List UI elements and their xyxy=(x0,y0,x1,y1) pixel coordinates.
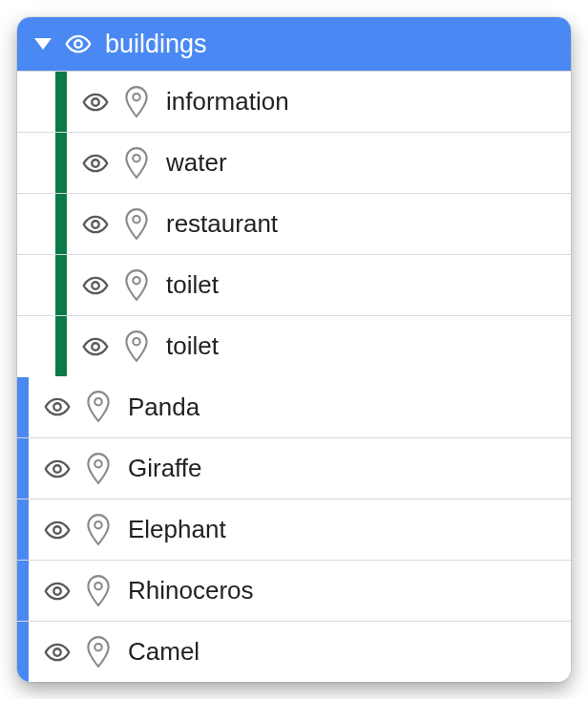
visibility-eye-icon[interactable] xyxy=(82,211,109,238)
svg-point-7 xyxy=(92,282,98,288)
visibility-eye-icon[interactable] xyxy=(82,272,109,299)
color-strip xyxy=(17,377,29,437)
layer-row[interactable]: Giraffe xyxy=(17,437,571,499)
visibility-eye-icon[interactable] xyxy=(44,393,71,420)
map-pin-icon xyxy=(124,269,149,302)
svg-point-11 xyxy=(53,403,60,410)
map-pin-icon xyxy=(124,330,149,363)
color-strip xyxy=(55,316,67,376)
svg-point-12 xyxy=(94,398,101,405)
svg-point-18 xyxy=(94,582,101,588)
visibility-eye-icon[interactable] xyxy=(82,150,109,177)
layer-label: Camel xyxy=(128,637,200,667)
svg-point-8 xyxy=(133,276,139,283)
map-pin-icon xyxy=(86,636,111,669)
color-strip xyxy=(55,194,67,254)
layer-label: toilet xyxy=(166,331,219,361)
layer-row[interactable]: Rhinoceros xyxy=(17,560,571,621)
group-header-buildings[interactable]: buildings xyxy=(17,17,571,71)
layer-row[interactable]: toilet xyxy=(17,315,571,376)
svg-point-17 xyxy=(53,587,60,594)
svg-point-15 xyxy=(53,526,60,533)
color-strip xyxy=(55,255,67,315)
svg-point-16 xyxy=(94,520,101,527)
layer-label: information xyxy=(166,87,289,117)
svg-point-9 xyxy=(92,343,98,350)
visibility-eye-icon[interactable] xyxy=(44,456,71,482)
map-pin-icon xyxy=(86,391,111,423)
layer-row[interactable]: water xyxy=(17,132,571,193)
visibility-eye-icon[interactable] xyxy=(44,639,71,666)
color-strip xyxy=(17,438,29,499)
color-strip xyxy=(17,499,29,560)
svg-point-1 xyxy=(92,98,98,105)
expand-triangle-icon[interactable] xyxy=(34,38,52,50)
color-strip xyxy=(17,561,29,621)
color-strip xyxy=(55,133,67,193)
svg-point-2 xyxy=(133,93,139,99)
layer-row[interactable]: Elephant xyxy=(17,499,571,560)
map-pin-icon xyxy=(86,453,111,485)
svg-point-20 xyxy=(94,643,101,649)
layer-label: toilet xyxy=(166,270,219,300)
svg-point-6 xyxy=(133,215,139,222)
svg-point-4 xyxy=(133,154,139,160)
svg-point-10 xyxy=(133,337,139,344)
map-pin-icon xyxy=(124,147,149,180)
visibility-eye-icon[interactable] xyxy=(65,31,92,57)
group-children: information water xyxy=(17,71,571,376)
map-pin-icon xyxy=(124,208,149,241)
sibling-layers: Panda Giraffe xyxy=(17,376,571,682)
map-pin-icon xyxy=(86,514,111,546)
layer-label: Elephant xyxy=(128,515,226,544)
svg-point-0 xyxy=(74,40,81,47)
layer-row[interactable]: Panda xyxy=(17,376,571,437)
map-pin-icon xyxy=(86,575,111,607)
svg-point-5 xyxy=(92,221,98,227)
layer-label: Panda xyxy=(128,393,200,422)
visibility-eye-icon[interactable] xyxy=(82,333,109,360)
layer-panel: buildings information xyxy=(17,17,571,682)
group-header-label: buildings xyxy=(105,30,207,59)
svg-point-14 xyxy=(94,459,101,466)
layer-label: Rhinoceros xyxy=(128,576,254,605)
color-strip xyxy=(55,72,67,132)
svg-point-19 xyxy=(53,648,60,655)
layer-label: water xyxy=(166,148,227,178)
layer-label: restaurant xyxy=(166,209,278,239)
layer-row[interactable]: Camel xyxy=(17,621,571,682)
color-strip xyxy=(17,622,29,682)
layer-row[interactable]: restaurant xyxy=(17,193,571,254)
layer-label: Giraffe xyxy=(128,454,202,483)
visibility-eye-icon[interactable] xyxy=(44,517,71,543)
visibility-eye-icon[interactable] xyxy=(82,89,109,116)
svg-point-13 xyxy=(53,465,60,472)
visibility-eye-icon[interactable] xyxy=(44,578,71,605)
map-pin-icon xyxy=(124,86,149,118)
layer-row[interactable]: toilet xyxy=(17,254,571,315)
svg-point-3 xyxy=(92,159,98,166)
layer-row[interactable]: information xyxy=(17,71,571,132)
